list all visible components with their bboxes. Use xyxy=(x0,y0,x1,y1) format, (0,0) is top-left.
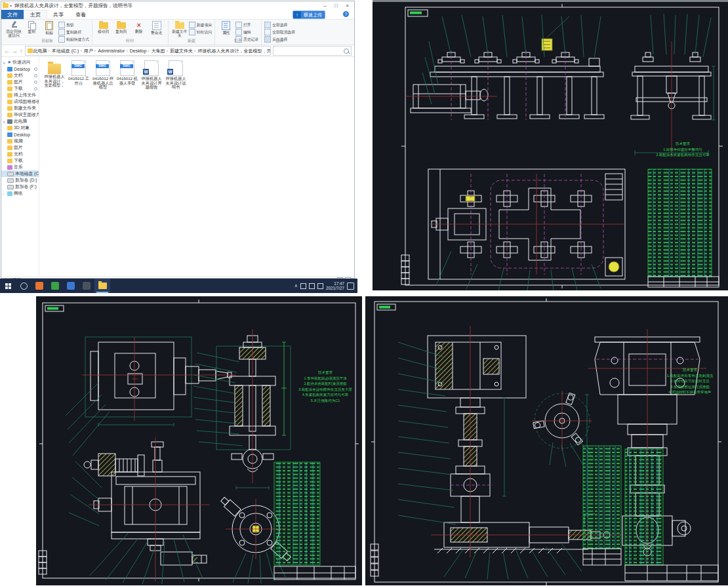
delete-button[interactable]: × 删除 xyxy=(131,20,148,33)
taskbar-app-1[interactable] xyxy=(31,279,47,293)
sidebar-item[interactable]: 文档 xyxy=(1,151,39,157)
tab-home[interactable]: 主页 xyxy=(24,10,47,19)
breadcrumb-item[interactable]: 焊接机器人夹具设计，全套模型，开题报告，说明书等 xyxy=(197,48,271,54)
sidebar-item[interactable]: 新建文件夹 xyxy=(1,105,39,111)
title-bar[interactable]: ▾ 焊接机器人夹具设计，全套模型，开题报告，说明书等 – □ × xyxy=(1,1,354,10)
folder-icon xyxy=(7,146,12,150)
copy-path-icon xyxy=(58,29,65,35)
quick-access-toolbar[interactable]: ▾ xyxy=(3,3,12,8)
action-center-icon[interactable] xyxy=(347,283,354,290)
chevron-down-icon[interactable]: ∨ xyxy=(3,60,6,65)
file-item[interactable]: W 焊接机器人夹具设计开题报告 xyxy=(140,60,163,90)
tray-expand-icon[interactable]: ∧ xyxy=(294,283,298,288)
sidebar-item[interactable]: 图片 xyxy=(1,144,39,151)
chevron-right-icon[interactable]: › xyxy=(3,191,6,195)
search-input[interactable] xyxy=(273,46,352,56)
file-item[interactable]: DWG 0415012 焊接机器人总模型 xyxy=(91,60,115,90)
sidebar-item[interactable]: 成绩图格修改材料 xyxy=(1,98,39,105)
sidebar-section-quick-access[interactable]: ∨ ★ 快速访问 xyxy=(1,59,39,66)
sidebar-item[interactable]: 图片 xyxy=(1,79,39,85)
breadcrumb-item[interactable]: Administrator xyxy=(98,49,129,53)
sidebar-item[interactable]: Desktop xyxy=(1,66,39,72)
new-item-icon xyxy=(189,22,195,28)
new-item-button[interactable]: 新建项目 xyxy=(189,22,212,28)
tab-file[interactable]: 文件 xyxy=(1,10,24,19)
maximize-button[interactable]: □ xyxy=(331,2,342,10)
file-item[interactable]: 焊接机器人夹具设计，全套模型，开题报告... xyxy=(43,60,66,90)
rename-button[interactable]: 重命名 xyxy=(148,20,165,35)
cloud-upload-icon: ↑ xyxy=(293,11,301,18)
new-folder-button[interactable]: 新建文件夹 xyxy=(171,20,188,37)
start-button[interactable] xyxy=(0,279,16,293)
select-none-button[interactable]: 全部取消选择 xyxy=(264,29,295,35)
drawing-number xyxy=(47,307,58,310)
close-button[interactable]: × xyxy=(342,2,353,10)
open-button[interactable]: 打开 xyxy=(235,22,258,28)
sidebar-item[interactable]: 下载 xyxy=(1,157,39,164)
taskbar-app-3[interactable] xyxy=(63,279,79,293)
breadcrumb[interactable]: 此电脑本地磁盘 (C:)用户AdministratorDesktop大集图新建文… xyxy=(25,46,272,56)
forward-button[interactable]: → xyxy=(12,48,18,54)
cad-drawing-worktable[interactable]: 技术要求1.焊接件焊缝应平整均匀2.装配后各夹紧机构动作灵活可靠 xyxy=(373,0,728,290)
cortana-button[interactable] xyxy=(16,279,31,293)
sidebar-section-network[interactable]: › 网络 xyxy=(1,190,39,197)
sidebar-item[interactable]: 视频 xyxy=(1,138,39,144)
network-tray-icon[interactable] xyxy=(300,283,306,289)
back-button[interactable]: ← xyxy=(4,48,10,54)
breadcrumb-item[interactable]: 大集图 xyxy=(152,48,169,54)
taskbar-app-4[interactable] xyxy=(79,279,94,293)
quick-upload-button[interactable]: ↑ 极速上传 xyxy=(293,10,325,19)
help-icon[interactable]: ? xyxy=(343,11,349,17)
copy-path-button[interactable]: 复制路径 xyxy=(58,29,89,35)
copy-button[interactable]: 复制 xyxy=(23,20,40,33)
sidebar-item[interactable]: Desktop xyxy=(1,131,39,138)
cad-drawing-fixture[interactable]: 技术要求1.零件装配前必须清洗干净2.配合表面装配时涂润滑脂3.装配后各运动部件… xyxy=(36,296,362,585)
copy-to-icon xyxy=(117,22,126,29)
folder-icon xyxy=(7,113,12,117)
clock[interactable]: 17:47 2021/7/27 xyxy=(326,281,344,290)
breadcrumb-item[interactable]: Desktop xyxy=(130,49,151,53)
sidebar-item[interactable]: 3D 对象 xyxy=(1,125,39,131)
up-button[interactable]: ↑ xyxy=(20,48,23,54)
breadcrumb-item[interactable]: 本地磁盘 (C:) xyxy=(52,48,83,54)
file-item[interactable]: W 焊接机器人夹具设计说明书 xyxy=(164,60,188,90)
breadcrumb-item[interactable]: 用户 xyxy=(84,48,97,54)
ime-tray-icon[interactable] xyxy=(317,283,323,289)
tab-share[interactable]: 共享 xyxy=(47,10,70,19)
sidebar-item[interactable]: 下载 xyxy=(1,85,39,92)
sidebar-item[interactable]: 毕设主图改尺寸 xyxy=(1,111,39,118)
breadcrumb-item[interactable]: 新建文件夹 xyxy=(170,48,197,54)
easy-access-button[interactable]: 轻松访问 xyxy=(189,29,212,35)
breadcrumb-item[interactable]: 此电脑 xyxy=(33,48,51,54)
title-block xyxy=(648,277,719,287)
sidebar-section-this-pc[interactable]: ∨ 此电脑 xyxy=(1,118,39,125)
sidebar-item[interactable]: 本地磁盘 (C:) xyxy=(1,170,39,177)
qat-customize-icon[interactable]: ▾ xyxy=(10,3,12,8)
cad-drawing-robot-arm[interactable]: 技术要求1.装配前所有零件去毛刺清洗2.各转动关节应运转灵活3.各润滑部位加注润… xyxy=(365,296,728,585)
chevron-down-icon[interactable]: ∨ xyxy=(3,119,6,124)
sidebar-item[interactable]: 待上传文件 xyxy=(1,92,39,98)
file-explorer-window[interactable]: ▾ 焊接机器人夹具设计，全套模型，开题报告，说明书等 – □ × 文件 主页 共… xyxy=(1,1,355,279)
edit-button[interactable]: 编辑 xyxy=(235,29,258,35)
file-item[interactable]: DWG 0415012 工作台 xyxy=(67,60,91,90)
folder-icon xyxy=(7,73,12,78)
file-list[interactable]: 焊接机器人夹具设计，全套模型，开题报告... DWG 0415012 工作台 D… xyxy=(39,57,354,276)
sidebar-item[interactable]: 新加卷 (F:) xyxy=(1,184,39,190)
sidebar-item[interactable]: 文档 xyxy=(1,72,39,79)
taskbar-file-explorer[interactable] xyxy=(94,279,110,293)
pin-to-quick-access-button[interactable]: 固定到快速访问 xyxy=(5,20,22,37)
tab-view[interactable]: 查看 xyxy=(70,10,92,19)
windows-logo-icon xyxy=(5,283,11,289)
taskbar-app-2[interactable] xyxy=(47,279,63,293)
cut-button[interactable]: 剪切 xyxy=(58,22,89,28)
minimize-button[interactable]: – xyxy=(319,2,331,10)
properties-button[interactable]: 属性 xyxy=(218,20,235,35)
sidebar-item[interactable]: 音乐 xyxy=(1,164,39,170)
copy-to-button[interactable]: 复制到 xyxy=(113,20,130,33)
volume-tray-icon[interactable] xyxy=(309,283,315,289)
select-all-button[interactable]: 全部选择 xyxy=(264,22,295,28)
sidebar-item[interactable]: 新加卷 (D:) xyxy=(1,177,39,184)
paste-button[interactable]: 粘贴 xyxy=(41,20,58,35)
move-to-button[interactable]: 移动到 xyxy=(95,20,112,33)
file-item[interactable]: DWG 0415012 机器人手臂 xyxy=(115,60,139,90)
